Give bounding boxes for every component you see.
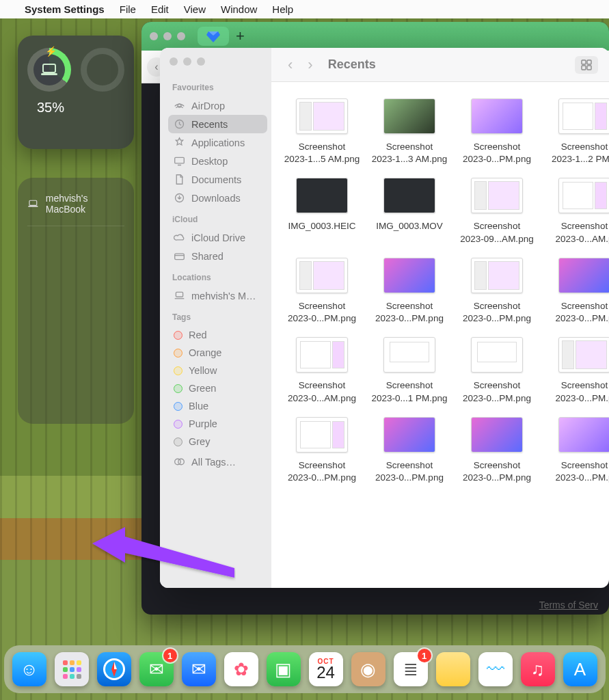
sidebar-icloud-shared[interactable]: Shared [168, 247, 267, 265]
tag-dot-icon [174, 349, 182, 358]
sidebar-location-mehvish-s-m-[interactable]: mehvish's M… [168, 286, 267, 305]
svg-rect-23 [70, 667, 75, 672]
file-name: Screenshot2023-0...AM.p [556, 220, 609, 245]
sidebar-favourite-desktop[interactable]: Desktop [168, 152, 267, 170]
dock-app-contacts[interactable]: ◉ [351, 652, 385, 686]
dock-app-appstore[interactable]: A [563, 652, 597, 686]
menubar-item-window[interactable]: Window [221, 3, 257, 15]
active-tab[interactable] [198, 27, 229, 46]
traffic-zoom[interactable] [177, 32, 185, 40]
menubar-item-edit[interactable]: Edit [151, 3, 169, 15]
traffic-close[interactable] [150, 32, 158, 40]
finder-sidebar: Favourites AirDropRecentsApplicationsDes… [160, 48, 271, 588]
terms-link[interactable]: Terms of Serv [539, 600, 598, 610]
dock-app-messages[interactable]: ✉1 [139, 652, 174, 686]
menubar-item-view[interactable]: View [184, 3, 206, 15]
file-item[interactable]: Screenshot2023-0...PM.png [278, 417, 366, 484]
file-item[interactable]: Screenshot2023-1...2 PM.p [541, 98, 609, 165]
file-item[interactable]: Screenshot2023-0...PM.p [541, 258, 609, 325]
traffic-minimize[interactable] [163, 32, 172, 40]
file-item[interactable]: Screenshot2023-0...PM.png [366, 417, 453, 484]
file-name: Screenshot2023-0...AM.png [288, 379, 356, 404]
traffic-minimize[interactable] [183, 57, 191, 66]
finder-window[interactable]: Favourites AirDropRecentsApplicationsDes… [160, 48, 609, 588]
battery-widget[interactable]: ⚡ 35% [18, 36, 134, 149]
laptop-icon [27, 199, 39, 208]
file-name: Screenshot2023-0...PM.png [463, 459, 531, 484]
file-name: IMG_0003.MOV [376, 220, 443, 232]
dock-app-launchpad[interactable] [55, 652, 89, 686]
sidebar-tag-yellow[interactable]: Yellow [168, 362, 267, 379]
traffic-close[interactable] [170, 57, 178, 66]
file-item[interactable]: Screenshot2023-0...PM.png [278, 258, 366, 325]
dock-app-photos[interactable]: ✿ [224, 652, 258, 686]
file-item[interactable]: Screenshot2023-0...PM.png [366, 258, 453, 325]
file-item[interactable]: Screenshot2023-0...PM.png [453, 258, 541, 325]
svg-rect-16 [582, 66, 586, 70]
file-item[interactable]: Screenshot2023-0...PM.p [541, 337, 609, 404]
file-item[interactable]: Screenshot2023-1...3 AM.png [366, 98, 453, 165]
file-item[interactable]: Screenshot2023-0...PM.png [453, 98, 541, 165]
sidebar-favourite-recents[interactable]: Recents [168, 115, 267, 133]
svg-point-13 [178, 459, 185, 465]
finder-file-grid[interactable]: Screenshot2023-1...5 AM.pngScreenshot202… [271, 82, 609, 588]
file-item[interactable]: IMG_0003.HEIC [278, 178, 366, 245]
file-item[interactable]: Screenshot2023-0...AM.png [278, 337, 366, 404]
dock-app-reminders[interactable]: ≣1 [394, 652, 428, 686]
sidebar-favourite-airdrop[interactable]: AirDrop [168, 96, 267, 115]
tag-dot-icon [174, 384, 182, 393]
dock: ☺✉1✉✿▣OCT24◉≣1〰♫A [4, 645, 606, 693]
file-item[interactable]: Screenshot2023-0...PM.p [541, 417, 609, 484]
dock-app-safari[interactable] [97, 652, 131, 686]
sidebar-all-tags[interactable]: All Tags… [168, 453, 267, 471]
file-name: Screenshot2023-0...PM.png [463, 300, 531, 325]
section-icloud: iCloud [172, 215, 267, 224]
menubar-app-name[interactable]: System Settings [25, 3, 105, 15]
svg-rect-17 [587, 66, 591, 70]
icon-view-button[interactable] [575, 56, 598, 74]
file-item[interactable]: Screenshot2023-09...AM.png [453, 178, 541, 245]
sidebar-tag-purple[interactable]: Purple [168, 415, 267, 433]
new-tab-button[interactable]: + [236, 27, 245, 45]
dock-app-freeform[interactable]: 〰 [478, 652, 513, 686]
back-button[interactable]: ‹ [282, 56, 298, 74]
sidebar-favourite-downloads[interactable]: Downloads [168, 189, 267, 207]
menubar-item-help[interactable]: Help [272, 3, 293, 15]
file-name: Screenshot2023-0...PM.png [375, 300, 444, 325]
dock-app-facetime[interactable]: ▣ [267, 652, 301, 686]
dock-app-calendar[interactable]: OCT24 [309, 652, 343, 686]
menubar-item-file[interactable]: File [120, 3, 136, 15]
dock-app-mail[interactable]: ✉ [182, 652, 216, 686]
forward-button[interactable]: › [302, 56, 318, 74]
svg-rect-10 [175, 254, 185, 260]
sidebar-favourite-documents[interactable]: Documents [168, 170, 267, 189]
sidebar-icloud-icloud-drive[interactable]: iCloud Drive [168, 228, 267, 247]
sidebar-favourite-applications[interactable]: Applications [168, 133, 267, 152]
file-name: Screenshot2023-09...AM.png [460, 220, 533, 245]
tag-dot-icon [174, 402, 182, 411]
svg-rect-15 [587, 60, 591, 64]
sidebar-tag-orange[interactable]: Orange [168, 344, 267, 362]
file-item[interactable]: Screenshot2023-0...PM.png [453, 337, 541, 404]
file-item[interactable]: Screenshot2023-0...PM.png [453, 417, 541, 484]
traffic-zoom[interactable] [197, 57, 205, 66]
dock-app-music[interactable]: ♫ [521, 652, 555, 686]
svg-rect-8 [175, 157, 185, 163]
file-item[interactable]: Screenshot2023-0...1 PM.png [366, 337, 453, 404]
dock-app-notes[interactable] [436, 652, 470, 686]
svg-rect-2 [29, 200, 37, 205]
file-item[interactable]: IMG_0003.MOV [366, 178, 453, 245]
dock-app-finder[interactable]: ☺ [12, 652, 46, 686]
devices-widget[interactable]: mehvish's MacBook [18, 178, 134, 424]
sidebar-tag-grey[interactable]: Grey [168, 433, 267, 450]
alltags-icon [174, 456, 185, 468]
file-item[interactable]: Screenshot2023-0...AM.p [541, 178, 609, 245]
sidebar-tag-red[interactable]: Red [168, 326, 267, 344]
file-item[interactable]: Screenshot2023-1...5 AM.png [278, 98, 366, 165]
sidebar-tag-green[interactable]: Green [168, 379, 267, 397]
device-name: mehvish's MacBook [46, 193, 124, 215]
svg-rect-27 [77, 674, 81, 679]
svg-rect-0 [43, 64, 55, 72]
svg-rect-14 [582, 60, 586, 64]
sidebar-tag-blue[interactable]: Blue [168, 397, 267, 415]
